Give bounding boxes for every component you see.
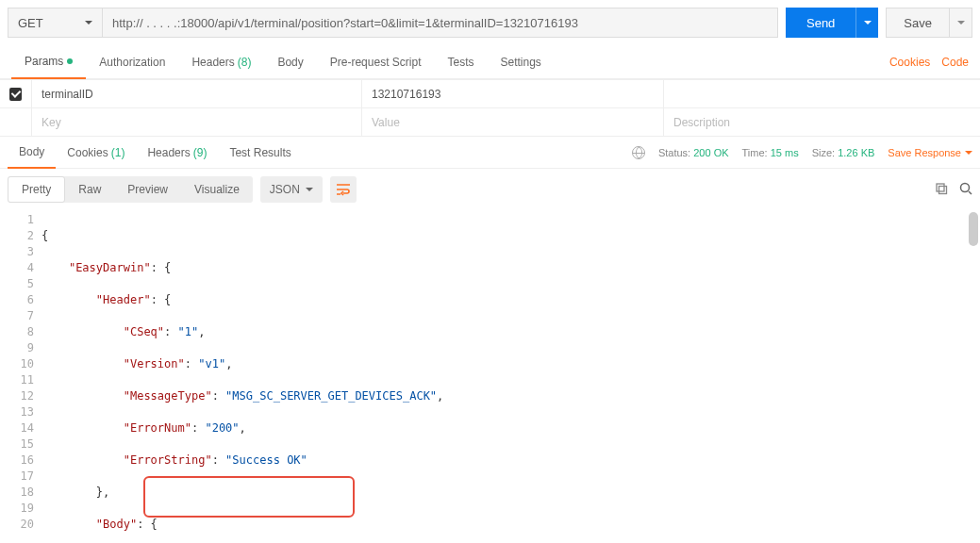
copy-icon[interactable] [935, 182, 948, 198]
active-dot-icon [67, 58, 73, 64]
code-content: { "EasyDarwin": { "Header": { "CSeq": "1… [42, 210, 980, 543]
tab-prerequest[interactable]: Pre-request Script [317, 45, 435, 79]
time-label: Time: 15 ms [742, 147, 799, 158]
svg-point-2 [961, 183, 970, 191]
params-table: terminalID 13210716193 Key Value Descrip… [0, 79, 980, 137]
tab-authorization[interactable]: Authorization [86, 45, 178, 79]
param-key[interactable]: terminalID [32, 80, 362, 107]
line-gutter: 12345678910 11121314151617181920 [0, 210, 42, 543]
wrap-lines-icon[interactable] [330, 176, 357, 203]
url-input[interactable]: http:// . . . . .:18000/api/v1/terminal/… [102, 8, 778, 38]
response-body[interactable]: 12345678910 11121314151617181920 { "Easy… [0, 210, 980, 543]
cookies-link[interactable]: Cookies [889, 56, 930, 69]
chevron-down-icon [85, 21, 92, 25]
save-response-button[interactable]: Save Response [888, 147, 972, 158]
scrollbar[interactable] [969, 212, 978, 246]
http-method-select[interactable]: GET [8, 8, 102, 38]
method-label: GET [18, 16, 43, 30]
tab-body[interactable]: Body [264, 45, 316, 79]
tab-headers[interactable]: Headers(8) [178, 45, 264, 79]
param-desc-input[interactable]: Description [664, 108, 980, 136]
resp-tab-body[interactable]: Body [8, 137, 56, 169]
chevron-down-icon [957, 21, 965, 25]
search-icon[interactable] [959, 182, 972, 198]
send-button[interactable]: Send [786, 8, 855, 38]
param-checkbox[interactable] [9, 88, 22, 101]
view-raw[interactable]: Raw [65, 176, 114, 203]
resp-tab-tests[interactable]: Test Results [218, 137, 302, 169]
tab-params[interactable]: Params [11, 45, 86, 79]
body-view-toolbar: Pretty Raw Preview Visualize JSON [0, 169, 980, 210]
save-button[interactable]: Save [886, 8, 950, 38]
request-tabs: Params Authorization Headers(8) Body Pre… [0, 45, 980, 79]
response-tabs: Body Cookies(1) Headers(9) Test Results … [0, 137, 980, 169]
param-value[interactable]: 13210716193 [362, 80, 664, 107]
chevron-down-icon [864, 21, 872, 25]
chevron-down-icon [306, 188, 313, 191]
globe-icon[interactable] [632, 146, 645, 159]
svg-rect-1 [939, 186, 947, 193]
code-link[interactable]: Code [941, 56, 969, 69]
size-label: Size: 1.26 KB [812, 147, 875, 158]
view-visualize[interactable]: Visualize [181, 176, 253, 203]
param-row-empty: Key Value Description [0, 107, 980, 136]
send-dropdown[interactable] [855, 8, 878, 38]
view-pretty[interactable]: Pretty [8, 176, 65, 203]
resp-tab-headers[interactable]: Headers(9) [136, 137, 218, 169]
param-row: terminalID 13210716193 [0, 79, 980, 107]
status-label: Status: 200 OK [658, 147, 729, 158]
format-select[interactable]: JSON [260, 176, 323, 203]
svg-rect-0 [937, 184, 944, 191]
tab-tests[interactable]: Tests [434, 45, 487, 79]
view-preview[interactable]: Preview [114, 176, 181, 203]
param-key-input[interactable]: Key [32, 108, 362, 136]
save-dropdown[interactable] [950, 8, 972, 38]
tab-settings[interactable]: Settings [488, 45, 555, 79]
param-value-input[interactable]: Value [362, 108, 664, 136]
resp-tab-cookies[interactable]: Cookies(1) [56, 137, 136, 169]
param-desc[interactable] [664, 80, 980, 107]
